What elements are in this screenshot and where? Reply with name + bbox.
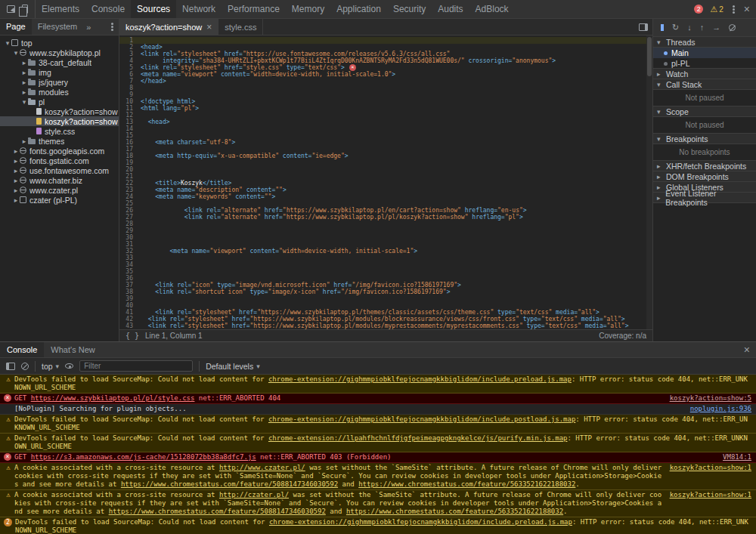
section-header-xhr-fetch-breakpoints[interactable]: ▸XHR/fetch Breakpoints: [653, 160, 756, 171]
message-link[interactable]: https://s3.amazonaws.com/js-cache/151280…: [31, 453, 256, 461]
message-link[interactable]: https://www.chromestatus.com/feature/508…: [109, 508, 326, 515]
thread-item-main[interactable]: Main: [653, 48, 756, 58]
line-number[interactable]: 25: [119, 200, 138, 207]
message-link[interactable]: chrome-extension://gighmmpiobklfepjocnam…: [269, 518, 572, 526]
line-number[interactable]: 20: [119, 166, 138, 173]
pretty-print-icon[interactable]: { }: [125, 332, 139, 340]
inspect-element-icon[interactable]: [7, 5, 15, 13]
message-link[interactable]: https://www.chromestatus.com/feature/508…: [121, 480, 338, 488]
step-out-icon[interactable]: ↑: [700, 23, 705, 32]
line-number[interactable]: 12: [119, 112, 138, 119]
overflow-tabs-icon[interactable]: »: [83, 23, 94, 32]
line-number[interactable]: 31: [119, 241, 138, 248]
error-count-badge[interactable]: 2: [694, 5, 703, 14]
tab-console[interactable]: Console: [0, 342, 44, 357]
source-location-link[interactable]: VM814:1: [723, 453, 751, 461]
line-number[interactable]: 7: [119, 78, 138, 85]
panel-tab-memory[interactable]: Memory: [286, 0, 330, 18]
message-link[interactable]: https://www.chromestatus.com/feature/563…: [358, 480, 575, 488]
navigator-tab-page[interactable]: Page: [0, 19, 32, 35]
panel-tab-elements[interactable]: Elements: [36, 0, 85, 18]
tree-item-use-fontawesome-com[interactable]: ▸use.fontawesome.com: [0, 165, 119, 175]
tree-item-czater-pl-pl[interactable]: ▸czater (pl-PL): [0, 195, 119, 205]
tree-item-themes[interactable]: ▸themes: [0, 136, 119, 146]
warning-count-badge[interactable]: ⚠ 2: [710, 5, 723, 14]
section-header-breakpoints[interactable]: ▾Breakpoints: [653, 133, 756, 144]
step-over-icon[interactable]: ↻: [672, 23, 679, 32]
source-code-viewer[interactable]: 12<head>3<link rel="stylesheet" href="ht…: [119, 35, 652, 329]
line-number[interactable]: 18: [119, 153, 138, 159]
step-into-icon[interactable]: ↓: [687, 23, 692, 32]
section-header-scope[interactable]: ▾Scope: [653, 106, 756, 117]
tree-item-img[interactable]: ▸img: [0, 67, 119, 77]
section-header-threads[interactable]: ▾Threads: [653, 36, 756, 48]
line-number[interactable]: 36: [119, 275, 138, 282]
tree-item-fonts-gstatic-com[interactable]: ▸fonts.gstatic.com: [0, 156, 119, 165]
tree-item-style-css[interactable]: style.css: [0, 126, 119, 136]
source-location-link[interactable]: koszyk?action=show:5: [670, 394, 751, 403]
message-link[interactable]: chrome-extension://llpahfhchnlfdjgfpeime…: [268, 434, 568, 442]
line-number[interactable]: 27: [119, 214, 138, 221]
tree-item-www-szybkilaptop-pl[interactable]: ▾www.szybkilaptop.pl: [0, 48, 119, 57]
tree-item-top[interactable]: ▾top: [0, 38, 119, 48]
line-number[interactable]: 15: [119, 132, 138, 139]
source-location-link[interactable]: koszyk?action=show:1: [670, 464, 751, 472]
more-options-icon[interactable]: [733, 8, 735, 11]
coverage-status[interactable]: Coverage: n/a: [599, 332, 646, 340]
editor-tab-koszyk-action-show[interactable]: koszyk?action=show×: [119, 19, 218, 35]
editor-scrollbar[interactable]: [646, 35, 652, 329]
line-number[interactable]: 32: [119, 248, 138, 255]
close-devtools-icon[interactable]: ×: [744, 4, 750, 14]
thread-item-pl-pl[interactable]: pl-PL: [653, 58, 756, 69]
tree-item-38-cart-default[interactable]: ▸38-cart_default: [0, 57, 119, 67]
line-number[interactable]: 5: [119, 64, 138, 71]
line-number[interactable]: 43: [119, 323, 138, 329]
tab-whats-new[interactable]: What's New: [44, 342, 101, 357]
console-sidebar-toggle-icon[interactable]: [6, 363, 15, 370]
tree-item-fonts-googleapis-com[interactable]: ▸fonts.googleapis.com: [0, 146, 119, 156]
tree-item-js-jquery[interactable]: ▸js/jquery: [0, 77, 119, 87]
line-number[interactable]: 24: [119, 193, 138, 200]
line-number[interactable]: 8: [119, 85, 138, 91]
panel-tab-sources[interactable]: Sources: [131, 0, 176, 18]
execution-context-selector[interactable]: top ▾: [42, 362, 59, 371]
line-number[interactable]: 21: [119, 173, 138, 180]
navigator-tab-filesystem[interactable]: Filesystem: [32, 19, 84, 35]
tree-item-pl[interactable]: ▾pl: [0, 97, 119, 106]
panel-tab-network[interactable]: Network: [176, 0, 222, 18]
panel-tab-application[interactable]: Application: [330, 0, 387, 18]
tree-item-koszyk-action-show[interactable]: koszyk?action=show: [0, 106, 119, 116]
line-number[interactable]: 38: [119, 289, 138, 295]
line-number[interactable]: 40: [119, 302, 138, 309]
section-header-dom-breakpoints[interactable]: ▸DOM Breakpoints: [653, 171, 756, 182]
line-number[interactable]: 9: [119, 91, 138, 98]
message-link[interactable]: http://czater.pl/: [219, 491, 289, 499]
source-location-link[interactable]: koszyk?action=show:1: [670, 491, 751, 499]
panel-tab-performance[interactable]: Performance: [222, 0, 286, 18]
tree-item-www-czater-pl[interactable]: ▸www.czater.pl: [0, 185, 119, 195]
line-number[interactable]: 10: [119, 98, 138, 105]
line-number[interactable]: 26: [119, 207, 138, 214]
message-link[interactable]: chrome-extension://gighmmpiobklfepjocnam…: [268, 415, 575, 423]
line-number[interactable]: 2: [119, 44, 138, 51]
line-number[interactable]: 4: [119, 57, 138, 64]
navigator-more-icon[interactable]: [111, 26, 113, 28]
error-icon[interactable]: ×: [349, 64, 356, 71]
section-header-call-stack[interactable]: ▾Call Stack: [653, 79, 756, 90]
pause-script-icon[interactable]: [661, 24, 664, 31]
line-number[interactable]: 17: [119, 146, 138, 153]
message-link[interactable]: chrome-extension://gighmmpiobklfepjocnam…: [268, 375, 572, 383]
line-number[interactable]: 35: [119, 268, 138, 275]
line-number[interactable]: 19: [119, 159, 138, 166]
step-icon[interactable]: →: [712, 23, 720, 32]
live-expression-icon[interactable]: [65, 363, 73, 369]
device-toolbar-icon[interactable]: [22, 5, 28, 14]
deactivate-breakpoints-icon[interactable]: [729, 24, 736, 31]
line-number[interactable]: 1: [119, 37, 138, 44]
message-link[interactable]: http://www.czater.pl/: [219, 464, 305, 471]
section-header-watch[interactable]: ▸Watch: [653, 68, 756, 79]
line-number[interactable]: 41: [119, 309, 138, 316]
tree-item-modules[interactable]: ▸modules: [0, 87, 119, 97]
line-number[interactable]: 28: [119, 221, 138, 227]
line-number[interactable]: 22: [119, 180, 138, 187]
